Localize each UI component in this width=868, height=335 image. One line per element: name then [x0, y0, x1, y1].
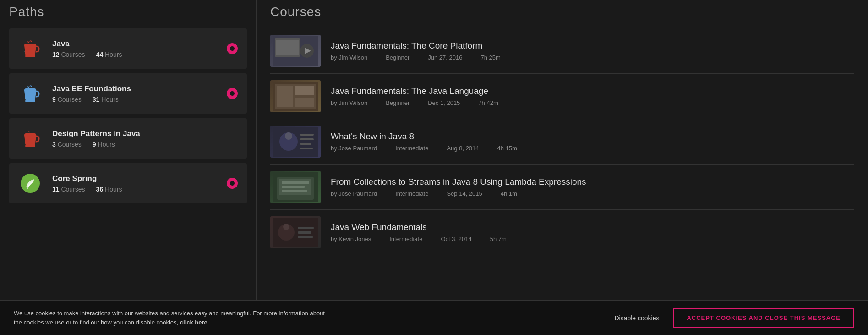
path-item-javaee[interactable]: Java EE Foundations 9 Courses 31 Hours [9, 73, 247, 114]
course-item-3[interactable]: From Collections to Streams in Java 8 Us… [270, 165, 854, 210]
path-item-java[interactable]: ☕ Java 12 Courses 44 Hours [9, 28, 247, 69]
svg-rect-18 [300, 134, 314, 136]
javaee-bookmark[interactable] [226, 87, 239, 100]
courses-section-title: Courses [270, 5, 854, 19]
svg-rect-12 [277, 86, 293, 107]
java-hours-count: 44 [96, 51, 104, 58]
course-thumbnail-4 [270, 216, 321, 248]
course-date-2: Aug 8, 2014 [447, 145, 479, 152]
course-level-2: Intermediate [395, 145, 428, 152]
svg-rect-31 [298, 227, 314, 229]
main-container: Paths ☕ Java 12 Courses 44 Hours [0, 0, 868, 335]
course-date-3: Sep 14, 2015 [447, 190, 482, 197]
path-name-javaee: Java EE Foundations [52, 84, 221, 93]
thumb-visual-4 [270, 216, 321, 248]
accept-cookies-button[interactable]: ACCEPT COOKIES AND CLOSE THIS MESSAGE [673, 308, 854, 328]
path-meta-designpatterns: 3 Courses 9 Hours [52, 141, 239, 148]
course-thumbnail-1 [270, 80, 321, 112]
javaee-icon [17, 81, 43, 106]
svg-rect-21 [300, 148, 313, 149]
course-author-1: by Jim Wilson [331, 99, 367, 106]
course-duration-4: 5h 7m [490, 236, 507, 242]
course-meta-3: by Jose Paumard Intermediate Sep 14, 201… [331, 190, 854, 197]
svg-rect-3 [25, 145, 35, 147]
svg-rect-26 [282, 186, 305, 188]
thumb-visual-1 [270, 80, 321, 112]
course-date-4: Oct 3, 2014 [441, 236, 471, 242]
course-date-1: Dec 1, 2015 [428, 99, 460, 106]
course-author-4: by Kevin Jones [331, 236, 371, 242]
course-item-2[interactable]: What's New in Java 8 by Jose Paumard Int… [270, 119, 854, 165]
course-title-4: Java Web Fundamentals [331, 222, 854, 232]
course-info-2: What's New in Java 8 by Jose Paumard Int… [331, 132, 854, 152]
svg-rect-25 [282, 181, 309, 184]
course-author-3: by Jose Paumard [331, 190, 377, 197]
course-thumbnail-0 [270, 35, 321, 67]
svg-rect-19 [300, 138, 314, 140]
course-duration-3: 4h 1m [501, 190, 517, 197]
svg-rect-27 [282, 190, 307, 192]
course-info-4: Java Web Fundamentals by Kevin Jones Int… [331, 222, 854, 242]
java-icon: ☕ [17, 36, 43, 61]
disable-cookies-button[interactable]: Disable cookies [614, 314, 659, 322]
spring-courses-count: 11 [52, 186, 60, 193]
svg-rect-33 [298, 236, 313, 238]
java-bookmark[interactable] [226, 42, 239, 55]
path-name-designpatterns: Design Patterns in Java [52, 129, 239, 138]
path-info-corespring: Core Spring 11 Courses 36 Hours [52, 174, 221, 193]
course-title-3: From Collections to Streams in Java 8 Us… [331, 177, 854, 187]
course-duration-2: 4h 15m [497, 145, 517, 152]
course-info-3: From Collections to Streams in Java 8 Us… [331, 177, 854, 197]
svg-point-17 [285, 132, 292, 140]
javaee-hours-count: 31 [93, 96, 100, 103]
dp-hours-count: 9 [93, 141, 96, 148]
cookie-banner: We use cookies to make interactions with… [0, 300, 868, 335]
svg-rect-7 [276, 40, 299, 55]
svg-rect-2 [25, 100, 35, 102]
course-level-3: Intermediate [395, 190, 428, 197]
course-date-0: Jun 27, 2016 [428, 54, 462, 61]
dp-courses-count: 3 [52, 141, 56, 148]
path-item-designpatterns[interactable]: Design Patterns in Java 3 Courses 9 Hour… [9, 118, 247, 159]
path-info-java: Java 12 Courses 44 Hours [52, 39, 221, 58]
course-duration-1: 7h 42m [478, 99, 498, 106]
path-item-corespring[interactable]: Core Spring 11 Courses 36 Hours [9, 163, 247, 203]
course-level-4: Intermediate [389, 236, 422, 242]
course-thumbnail-2 [270, 126, 321, 158]
svg-rect-13 [295, 86, 314, 95]
course-meta-4: by Kevin Jones Intermediate Oct 3, 2014 … [331, 236, 854, 242]
svg-rect-1 [25, 55, 35, 57]
java-courses-count: 12 [52, 51, 60, 58]
cookie-actions: Disable cookies ACCEPT COOKIES AND CLOSE… [614, 308, 854, 328]
paths-section-title: Paths [9, 5, 247, 19]
svg-point-30 [283, 224, 289, 230]
javaee-courses-count: 9 [52, 96, 56, 103]
course-author-0: by Jim Wilson [331, 54, 367, 61]
course-title-1: Java Fundamentals: The Java Language [331, 86, 854, 96]
spring-bookmark[interactable] [226, 177, 239, 190]
path-name-java: Java [52, 39, 221, 49]
svg-rect-32 [298, 231, 311, 234]
svg-rect-14 [295, 98, 314, 107]
course-item-0[interactable]: Java Fundamentals: The Core Platform by … [270, 28, 854, 74]
course-duration-0: 7h 25m [480, 54, 500, 61]
course-item-4[interactable]: Java Web Fundamentals by Kevin Jones Int… [270, 210, 854, 255]
course-level-0: Beginner [386, 54, 409, 61]
svg-rect-20 [300, 143, 311, 145]
cookie-link[interactable]: click here. [180, 319, 209, 326]
designpatterns-icon [17, 126, 43, 151]
course-title-2: What's New in Java 8 [331, 132, 854, 142]
cookie-message: We use cookies to make interactions with… [14, 309, 334, 327]
course-item-1[interactable]: Java Fundamentals: The Java Language by … [270, 74, 854, 119]
course-info-1: Java Fundamentals: The Java Language by … [331, 86, 854, 106]
thumb-visual-2 [270, 126, 321, 158]
course-info-0: Java Fundamentals: The Core Platform by … [331, 41, 854, 61]
course-meta-1: by Jim Wilson Beginner Dec 1, 2015 7h 42… [331, 99, 854, 106]
paths-panel: Paths ☕ Java 12 Courses 44 Hours [0, 0, 257, 335]
path-info-designpatterns: Design Patterns in Java 3 Courses 9 Hour… [52, 129, 239, 148]
path-meta-corespring: 11 Courses 36 Hours [52, 186, 221, 193]
corespring-icon [17, 170, 43, 196]
path-meta-javaee: 9 Courses 31 Hours [52, 96, 221, 103]
course-author-2: by Jose Paumard [331, 145, 377, 152]
path-name-corespring: Core Spring [52, 174, 221, 183]
